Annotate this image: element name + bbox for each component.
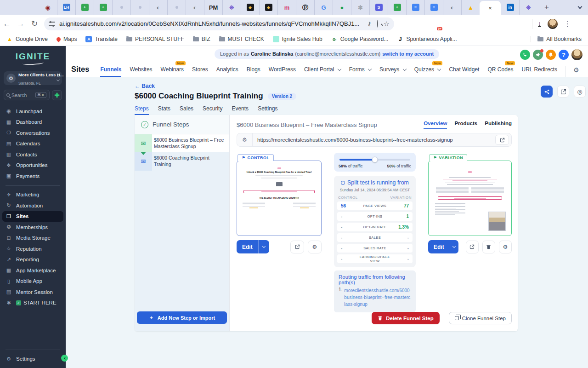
sheets-tab[interactable]: +: [94, 0, 112, 15]
bookmark-personal-stuff[interactable]: PERSONAL STUFF: [126, 36, 184, 42]
spark-extension-icon[interactable]: ❋ 9+: [431, 19, 440, 29]
add-new-step-button[interactable]: ＋ Add New Step or Import: [137, 311, 227, 324]
sidebar-item-mentor-session[interactable]: ▤ Mentor Session: [0, 287, 66, 298]
tab-stats[interactable]: Stats: [158, 105, 170, 115]
nav-url-redirects[interactable]: URL Redirects: [521, 66, 557, 77]
globe-tab[interactable]: ◐: [443, 0, 461, 15]
profile-avatar[interactable]: [548, 19, 558, 29]
variation-edit-button[interactable]: Edit: [428, 240, 458, 253]
variation-open-button[interactable]: [466, 241, 479, 253]
sidebar-item-dashboard[interactable]: ▦ Dashboard: [0, 117, 66, 128]
sidebar-item-marketing[interactable]: ✈ Marketing: [0, 190, 66, 201]
medium-tab[interactable]: m: [277, 0, 296, 15]
bookmark-maps[interactable]: Maps: [57, 36, 77, 42]
control-open-button[interactable]: [290, 241, 304, 253]
s-app-tab[interactable]: S: [369, 0, 388, 15]
wand-extension-icon[interactable]: ✎: [488, 19, 497, 29]
nav-analytics[interactable]: Analytics: [216, 66, 238, 77]
forward-icon[interactable]: →: [14, 19, 28, 29]
quick-add-button[interactable]: ✚: [52, 90, 62, 100]
red-grid-extension-icon[interactable]: ▤: [417, 19, 426, 29]
control-edit-button[interactable]: Edit: [237, 240, 269, 253]
active-tab[interactable]: ×: [480, 1, 501, 15]
1b-extension-icon[interactable]: 1b: [459, 19, 469, 29]
bookmark-google-password[interactable]: o- Google Password...: [331, 36, 389, 42]
nav-forms[interactable]: Forms: [349, 66, 371, 77]
sidebar-item-payments[interactable]: ▣ Payments: [0, 171, 66, 182]
puzzle-extensions-icon[interactable]: ❖: [516, 19, 526, 29]
leadhub-tab[interactable]: LH: [57, 0, 75, 15]
sites-settings-gear-icon[interactable]: ⚙: [565, 66, 579, 77]
nav-surveys[interactable]: Surveys: [379, 66, 406, 77]
nav-chat-widget[interactable]: Chat Widget: [449, 66, 479, 77]
sheets-tab[interactable]: +: [388, 0, 406, 15]
bookmark-biz[interactable]: BIZ: [193, 36, 210, 42]
nav-webinars[interactable]: Webinars New: [161, 66, 184, 77]
all-bookmarks[interactable]: All Bookmarks: [531, 36, 582, 42]
nav-blogs[interactable]: Blogs: [247, 66, 260, 77]
version-history-button[interactable]: ◎: [574, 86, 586, 98]
tab-security[interactable]: Security: [203, 105, 222, 115]
tab-search-chevron-icon[interactable]: [575, 3, 584, 12]
sidebar-search[interactable]: ⌘ K: [4, 90, 50, 100]
globe-tab[interactable]: ◐: [186, 0, 204, 15]
tab-events[interactable]: Events: [232, 105, 249, 115]
variation-delete-trash-icon[interactable]: [482, 241, 495, 253]
sidebar-item-calendars[interactable]: ▤ Calendars: [0, 138, 66, 150]
sidebar-item-reporting[interactable]: ↗ Reporting: [0, 254, 66, 265]
pm-tab[interactable]: PM: [204, 0, 222, 15]
routing-path-link[interactable]: moreclientslesshustle.com/6000-business-…: [344, 287, 411, 308]
blue-o-extension-icon[interactable]: o: [502, 19, 511, 29]
zoom-icon[interactable]: [377, 20, 378, 27]
snowflake-tab[interactable]: ❋: [519, 0, 537, 15]
menu-kebab-icon[interactable]: ⋮: [564, 20, 571, 28]
edit-dropdown-chevron-icon[interactable]: [258, 240, 269, 253]
nav-websites[interactable]: Websites: [130, 66, 152, 77]
tab-publishing[interactable]: Publishing: [485, 121, 512, 129]
tab-steps[interactable]: Steps: [135, 105, 149, 115]
sheets-tab[interactable]: +: [75, 0, 94, 15]
globe-tab[interactable]: ◐: [149, 0, 167, 15]
sidebar-item-sites[interactable]: ❐ Sites: [2, 211, 63, 222]
account-switcher[interactable]: ✪ More Clients Less H... Sarasota, FL: [4, 71, 62, 85]
control-settings-gear-icon[interactable]: ⚙: [308, 241, 322, 253]
tab-products[interactable]: Products: [454, 121, 477, 129]
sidebar-item-opportunities[interactable]: ❖ Opportunities: [0, 160, 66, 171]
tab-sales[interactable]: Sales: [180, 105, 193, 115]
url-settings-gear-icon[interactable]: ⚙: [237, 133, 253, 146]
switch-account-link[interactable]: switch to my account: [382, 51, 434, 57]
sidebar-item-automation[interactable]: ↻ Automation: [0, 200, 66, 211]
brain-extension-icon[interactable]: ❊: [474, 19, 483, 29]
sidebar-item-memberships[interactable]: ❂ Memberships: [0, 222, 66, 233]
docs-tab[interactable]: ≡: [406, 0, 424, 15]
leaf-extension-icon[interactable]: ◗: [445, 19, 454, 29]
back-icon[interactable]: ←: [0, 19, 14, 29]
variation-thumbnail[interactable]: [428, 161, 512, 236]
snowflake-tab[interactable]: ❋: [222, 0, 241, 15]
bookmark-star-icon[interactable]: ☆: [384, 20, 390, 28]
linkedin-tab[interactable]: in: [501, 0, 519, 15]
diamond-tab[interactable]: ◆: [241, 0, 259, 15]
delete-funnel-step-button[interactable]: Delete Funnel Step: [372, 312, 440, 324]
phone-icon[interactable]: [520, 50, 530, 60]
sidebar-item-media-storage[interactable]: ⊡ Media Storage: [0, 233, 66, 244]
new-tab-button[interactable]: +: [540, 1, 553, 14]
flower-tab[interactable]: ✽: [351, 0, 369, 15]
sidebar-item-settings[interactable]: ⚙ Settings: [0, 354, 66, 365]
open-url-button[interactable]: [495, 135, 509, 145]
edit-dropdown-chevron-icon[interactable]: [450, 240, 458, 253]
sidebar-item-conversations[interactable]: ❍ Conversations: [0, 127, 66, 138]
nav-quizzes[interactable]: Quizzes New: [414, 66, 441, 77]
preview-external-link-button[interactable]: [557, 86, 569, 98]
sidebar-item-mobile-app[interactable]: ▯ Mobile App: [0, 276, 66, 287]
passkey-icon[interactable]: ⚷: [367, 20, 372, 27]
site-info-icon[interactable]: [49, 22, 55, 26]
address-bar[interactable]: ai.ignitesaleshub.com/v2/location/0CebSe…: [44, 17, 394, 30]
sidebar-item-app-marketplace[interactable]: ▦ App Marketplace: [0, 265, 66, 276]
bookmark-must-check[interactable]: MUST CHECK: [219, 36, 264, 42]
share-button[interactable]: [541, 86, 553, 98]
google-tab[interactable]: G: [314, 0, 333, 15]
control-thumbnail[interactable]: Unlock a $6000 Coaching Blueprint Free f…: [237, 161, 322, 236]
sidebar-collapse-button[interactable]: [61, 355, 68, 362]
url-text[interactable]: ai.ignitesaleshub.com/v2/location/0CebSe…: [59, 20, 362, 27]
